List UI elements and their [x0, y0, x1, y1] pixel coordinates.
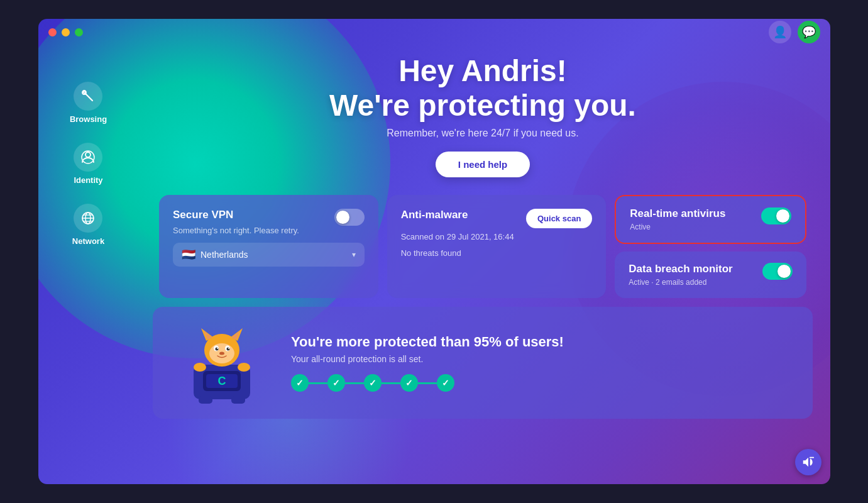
breach-title: Data breach monitor: [629, 263, 732, 275]
chat-icon[interactable]: 💬: [798, 21, 820, 43]
antimalware-header: Anti-malware Quick scan: [401, 209, 593, 228]
cards-grid: Secure VPN Something's not right. Please…: [153, 195, 813, 298]
check-steps: ✓ ✓ ✓ ✓ ✓: [291, 374, 564, 392]
megaphone-icon: [801, 455, 815, 469]
sidebar-item-network[interactable]: Network: [72, 204, 104, 246]
browsing-icon: [74, 82, 102, 111]
svg-point-2: [85, 152, 91, 157]
hero-tagline: Remember, we're here 24/7 if you need us…: [387, 128, 578, 139]
antimalware-card: Anti-malware Quick scan Scanned on 29 Ju…: [387, 195, 607, 298]
sidebar-item-browsing[interactable]: Browsing: [70, 82, 107, 124]
svg-point-26: [228, 348, 229, 349]
antivirus-header: Real-time antivirus Active: [630, 207, 791, 231]
minimize-button[interactable]: [62, 28, 70, 36]
svg-point-25: [217, 348, 218, 349]
antivirus-status: Active: [630, 223, 725, 231]
title-bar: 👤 💬: [38, 19, 830, 45]
hero-section: Hey Andris! We're protecting you.: [329, 53, 636, 123]
mascot-area: C: [172, 322, 272, 404]
step-line-4: [418, 382, 437, 384]
check-step-1: ✓: [291, 374, 309, 392]
maximize-button[interactable]: [75, 28, 83, 36]
scan-date: Scanned on 29 Jul 2021, 16:44: [401, 231, 593, 243]
svg-rect-12: [199, 396, 212, 404]
protection-card: C: [153, 307, 813, 419]
svg-point-27: [219, 352, 224, 355]
breach-toggle[interactable]: [762, 263, 793, 280]
breach-header: Data breach monitor Active · 2 emails ad…: [629, 263, 793, 287]
app-window: 👤 💬 Browsing: [38, 19, 830, 484]
identity-icon: [74, 143, 102, 172]
quick-scan-button[interactable]: Quick scan: [526, 209, 592, 228]
sidebar: Browsing Identity: [38, 19, 139, 484]
help-button[interactable]: I need help: [436, 152, 530, 177]
antivirus-toggle[interactable]: [761, 207, 791, 224]
network-icon: [74, 204, 102, 233]
chevron-down-icon: ▾: [352, 250, 356, 259]
svg-line-1: [86, 94, 93, 101]
step-line-2: [345, 382, 364, 384]
antimalware-title: Anti-malware: [401, 209, 468, 221]
breach-status: Active · 2 emails added: [629, 278, 732, 287]
breach-text: Data breach monitor Active · 2 emails ad…: [629, 263, 732, 287]
check-step-5: ✓: [437, 374, 454, 392]
location-label: Netherlands: [201, 250, 248, 260]
location-dropdown[interactable]: 🇳🇱 Netherlands ▾: [173, 243, 365, 267]
sidebar-item-identity[interactable]: Identity: [74, 143, 102, 185]
title-bar-right: 👤 💬: [769, 21, 820, 43]
identity-label: Identity: [74, 175, 102, 185]
mascot-svg: C: [175, 322, 269, 404]
vpn-card: Secure VPN Something's not right. Please…: [159, 195, 378, 298]
vpn-title: Secure VPN: [173, 209, 233, 221]
svg-point-28: [194, 363, 206, 372]
user-icon[interactable]: 👤: [769, 21, 791, 43]
antivirus-card: Real-time antivirus Active: [615, 195, 806, 244]
browsing-label: Browsing: [70, 114, 107, 124]
svg-rect-13: [231, 396, 245, 404]
check-step-4: ✓: [400, 374, 418, 392]
antivirus-title: Real-time antivirus: [630, 207, 725, 220]
protection-subtitle: Your all-round protection is all set.: [291, 354, 564, 364]
flag-icon: 🇳🇱: [182, 248, 195, 262]
step-line-1: [309, 382, 327, 384]
main-content: Hey Andris! We're protecting you. Rememb…: [136, 19, 830, 484]
close-button[interactable]: [48, 28, 57, 36]
vpn-card-header: Secure VPN: [173, 209, 365, 226]
vpn-toggle[interactable]: [334, 209, 365, 226]
svg-point-29: [238, 363, 250, 372]
check-step-3: ✓: [364, 374, 382, 392]
hero-greeting: Hey Andris!: [329, 53, 636, 88]
right-cards-column: Real-time antivirus Active Data breach m…: [615, 195, 806, 298]
hero-subtitle: We're protecting you.: [329, 88, 636, 123]
antivirus-text: Real-time antivirus Active: [630, 207, 725, 231]
check-step-2: ✓: [327, 374, 345, 392]
svg-point-24: [227, 348, 230, 351]
protection-headline: You're more protected than 95% of users!: [291, 334, 564, 350]
network-label: Network: [72, 236, 104, 246]
window-controls: [48, 28, 83, 36]
svg-text:C: C: [218, 375, 226, 387]
threat-status: No threats found: [401, 248, 593, 258]
breach-monitor-card: Data breach monitor Active · 2 emails ad…: [615, 252, 806, 298]
notification-button[interactable]: [795, 449, 821, 475]
step-line-3: [382, 382, 400, 384]
svg-point-23: [216, 348, 219, 351]
protection-text: You're more protected than 95% of users!…: [291, 334, 564, 392]
vpn-status: Something's not right. Please retry.: [173, 226, 365, 235]
